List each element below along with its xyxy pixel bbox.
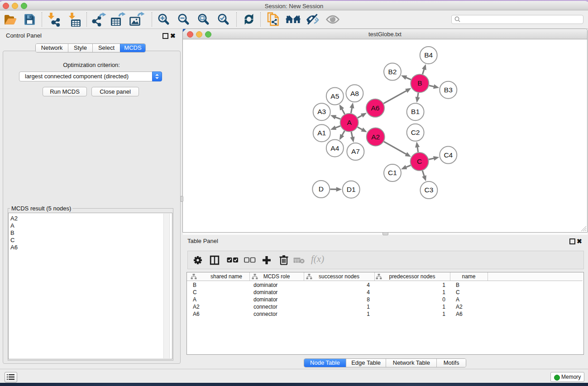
svg-text:B: B [417, 79, 422, 87]
svg-text:C2: C2 [411, 129, 420, 136]
svg-text:B1: B1 [411, 108, 420, 115]
svg-text:A5: A5 [330, 92, 339, 100]
svg-text:B4: B4 [424, 51, 433, 59]
svg-text:C3: C3 [424, 186, 433, 194]
svg-text:A4: A4 [330, 144, 339, 152]
svg-text:A: A [347, 119, 352, 126]
svg-text:B2: B2 [388, 68, 397, 76]
svg-text:B3: B3 [444, 86, 453, 94]
svg-text:A6: A6 [371, 104, 380, 112]
svg-text:D: D [319, 185, 324, 193]
svg-text:A1: A1 [317, 129, 326, 137]
svg-text:A7: A7 [351, 148, 360, 155]
svg-text:C4: C4 [444, 151, 453, 159]
svg-text:C: C [417, 157, 422, 165]
svg-text:A8: A8 [350, 90, 359, 97]
svg-text:A2: A2 [371, 133, 380, 141]
svg-text:C1: C1 [388, 169, 397, 176]
svg-text:A3: A3 [317, 108, 326, 115]
svg-text:D1: D1 [347, 186, 356, 193]
